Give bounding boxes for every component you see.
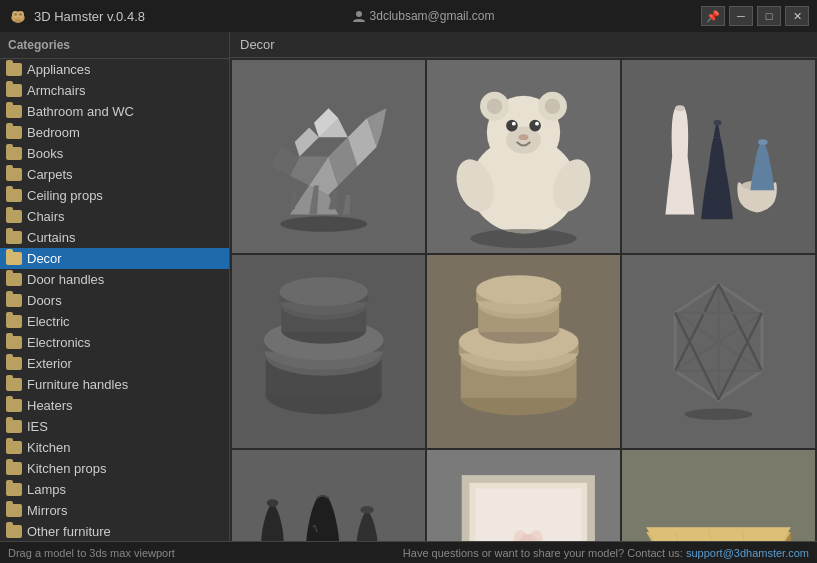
category-label: Other furniture [27, 524, 111, 539]
svg-point-84 [360, 506, 374, 514]
svg-point-41 [714, 120, 722, 126]
minimize-button[interactable]: ─ [729, 6, 753, 26]
sidebar-item-kitchen[interactable]: Kitchen [0, 437, 229, 458]
grid-item-vases[interactable] [622, 60, 815, 253]
title-bar: 3D Hamster v.0.4.8 3dclubsam@gmail.com 📌… [0, 0, 817, 32]
category-label: Chairs [27, 209, 65, 224]
folder-icon [6, 105, 22, 118]
close-button[interactable]: ✕ [785, 6, 809, 26]
sidebar-item-other-furniture[interactable]: Other furniture [0, 521, 229, 541]
grid-item-boxes2[interactable] [427, 255, 620, 448]
grid-item-vase2[interactable] [232, 450, 425, 541]
svg-point-38 [470, 229, 576, 248]
sidebar-item-heaters[interactable]: Heaters [0, 395, 229, 416]
sidebar-item-curtains[interactable]: Curtains [0, 227, 229, 248]
category-label: Furniture handles [27, 377, 128, 392]
grid-item-boxes1[interactable] [232, 255, 425, 448]
app-title: 3D Hamster v.0.4.8 [34, 9, 145, 24]
content-header: Decor [230, 32, 817, 58]
sidebar-item-door-handles[interactable]: Door handles [0, 269, 229, 290]
title-left: 3D Hamster v.0.4.8 [8, 6, 145, 26]
grid-item-frame[interactable] [427, 450, 620, 541]
title-controls: 📌 ─ □ ✕ [701, 6, 809, 26]
sidebar-list[interactable]: AppliancesArmchairsBathroom and WCBedroo… [0, 59, 229, 541]
folder-icon [6, 273, 22, 286]
sidebar-item-bedroom[interactable]: Bedroom [0, 122, 229, 143]
folder-icon [6, 252, 22, 265]
folder-icon [6, 210, 22, 223]
svg-point-81 [685, 408, 753, 420]
user-icon [352, 9, 366, 23]
status-right: Have questions or want to share your mod… [403, 547, 809, 559]
folder-icon [6, 462, 22, 475]
sidebar-item-mirrors[interactable]: Mirrors [0, 500, 229, 521]
category-label: Electronics [27, 335, 91, 350]
folder-icon [6, 294, 22, 307]
sidebar: Categories AppliancesArmchairsBathroom a… [0, 32, 230, 541]
folder-icon [6, 399, 22, 412]
svg-point-32 [529, 120, 541, 132]
folder-icon [6, 315, 22, 328]
sidebar-item-ies[interactable]: IES [0, 416, 229, 437]
folder-icon [6, 189, 22, 202]
grid-item-horse[interactable] [232, 60, 425, 253]
grid-item-bear[interactable] [427, 60, 620, 253]
sidebar-item-chairs[interactable]: Chairs [0, 206, 229, 227]
category-label: Decor [27, 251, 62, 266]
svg-point-33 [512, 122, 516, 126]
svg-point-43 [758, 139, 768, 145]
category-label: Mirrors [27, 503, 67, 518]
folder-icon [6, 147, 22, 160]
svg-point-5 [15, 19, 22, 22]
category-label: Door handles [27, 272, 104, 287]
sidebar-item-appliances[interactable]: Appliances [0, 59, 229, 80]
folder-icon [6, 84, 22, 97]
svg-point-83 [267, 499, 279, 507]
sidebar-item-armchairs[interactable]: Armchairs [0, 80, 229, 101]
category-label: Armchairs [27, 83, 86, 98]
category-label: Kitchen [27, 440, 70, 455]
category-label: Electric [27, 314, 70, 329]
folder-icon [6, 378, 22, 391]
grid-wrapper[interactable] [230, 58, 817, 541]
user-email: 3dclubsam@gmail.com [370, 9, 495, 23]
svg-rect-88 [475, 489, 581, 541]
pin-button[interactable]: 📌 [701, 6, 725, 26]
maximize-button[interactable]: □ [757, 6, 781, 26]
sidebar-item-ceiling-props[interactable]: Ceiling props [0, 185, 229, 206]
grid-item-box2[interactable] [622, 450, 815, 541]
category-label: Carpets [27, 167, 73, 182]
sidebar-item-carpets[interactable]: Carpets [0, 164, 229, 185]
sidebar-item-lamps[interactable]: Lamps [0, 479, 229, 500]
folder-icon [6, 63, 22, 76]
category-label: Bathroom and WC [27, 104, 134, 119]
folder-icon [6, 525, 22, 538]
category-label: IES [27, 419, 48, 434]
support-email-link[interactable]: support@3dhamster.com [686, 547, 809, 559]
svg-marker-100 [646, 527, 791, 541]
grid-item-geo[interactable] [622, 255, 815, 448]
sidebar-item-doors[interactable]: Doors [0, 290, 229, 311]
sidebar-item-decor[interactable]: Decor [0, 248, 229, 269]
sidebar-item-electronics[interactable]: Electronics [0, 332, 229, 353]
category-label: Ceiling props [27, 188, 103, 203]
folder-icon [6, 231, 22, 244]
sidebar-item-exterior[interactable]: Exterior [0, 353, 229, 374]
sidebar-item-electric[interactable]: Electric [0, 311, 229, 332]
category-label: Exterior [27, 356, 72, 371]
image-grid [230, 58, 817, 541]
sidebar-item-bathroom-and-wc[interactable]: Bathroom and WC [0, 101, 229, 122]
svg-point-28 [487, 99, 502, 114]
svg-point-34 [535, 122, 539, 126]
sidebar-item-furniture-handles[interactable]: Furniture handles [0, 374, 229, 395]
title-center: 3dclubsam@gmail.com [352, 9, 495, 23]
sidebar-item-books[interactable]: Books [0, 143, 229, 164]
svg-point-40 [675, 105, 685, 111]
category-label: Appliances [27, 62, 91, 77]
svg-point-4 [19, 13, 22, 16]
svg-point-22 [280, 216, 367, 231]
sidebar-item-kitchen-props[interactable]: Kitchen props [0, 458, 229, 479]
folder-icon [6, 441, 22, 454]
svg-point-29 [545, 99, 560, 114]
category-label: Curtains [27, 230, 75, 245]
